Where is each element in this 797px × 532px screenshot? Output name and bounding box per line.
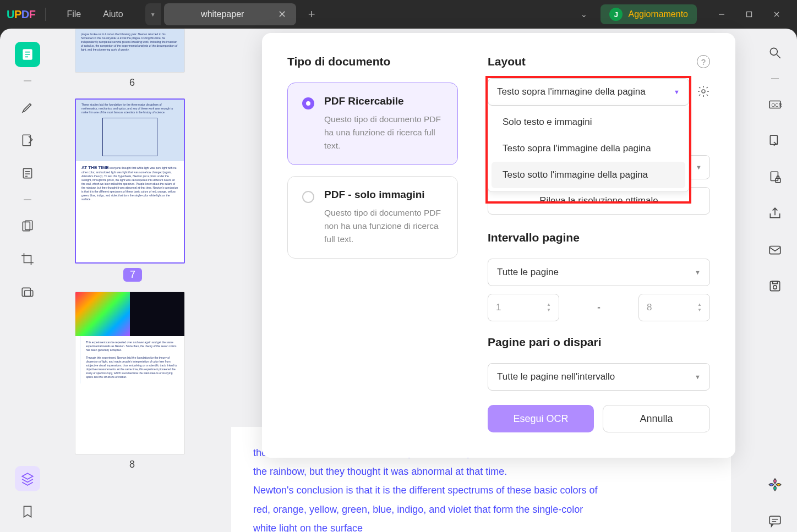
doc-text-line: Newton's conclusion is that it is the di… <box>253 481 709 500</box>
chevron-down-icon: ▼ <box>695 269 701 276</box>
window-close-button[interactable] <box>763 6 790 23</box>
svg-line-18 <box>777 54 780 58</box>
doc-text-line: the rainbow, but they thought it was abn… <box>253 462 709 481</box>
layout-option-text-over[interactable]: Testo sopra l'immagine della pagina <box>492 135 685 162</box>
spinner-icon[interactable]: ▲▼ <box>547 303 551 312</box>
radio-icon <box>302 97 314 109</box>
share-icon[interactable] <box>764 202 786 224</box>
menu-file[interactable]: File <box>60 6 88 23</box>
save-icon[interactable] <box>764 275 786 297</box>
gear-icon[interactable] <box>697 85 710 98</box>
cancel-button[interactable]: Annulla <box>603 405 710 432</box>
svg-rect-24 <box>769 246 780 254</box>
page-from-input[interactable]: 1 ▲▼ <box>488 294 559 321</box>
layout-heading: Layout <box>488 55 526 68</box>
page-range-value: Tutte le pagine <box>497 267 559 278</box>
svg-rect-1 <box>747 12 752 17</box>
svg-rect-21 <box>770 135 777 144</box>
thumbnail-page-8[interactable]: This experiment can be repeated over and… <box>75 292 189 470</box>
svg-rect-28 <box>769 516 780 524</box>
thumbnail-label: 6 <box>75 77 189 89</box>
window-maximize-button[interactable] <box>735 6 763 23</box>
protect-icon[interactable] <box>764 166 786 188</box>
tool-reader[interactable] <box>15 42 40 67</box>
spinner-icon[interactable]: ▲▼ <box>697 303 702 312</box>
layout-select[interactable]: Testo sopra l'immagine della pagina ▼ So… <box>488 78 689 106</box>
tab-list-dropdown[interactable]: ▼ <box>145 3 161 25</box>
thumbnail-page-7[interactable]: These studies laid the foundation for th… <box>75 98 189 282</box>
layout-option-text-images[interactable]: Solo testo e immagini <box>492 109 685 135</box>
execute-ocr-button[interactable]: Esegui OCR <box>488 405 594 432</box>
search-icon[interactable] <box>764 42 786 64</box>
radio-icon <box>302 191 314 203</box>
tool-page-organize[interactable] <box>15 161 40 186</box>
parity-heading: Pagine pari o dispari <box>488 336 710 349</box>
parity-value: Tutte le pagine nell'intervallo <box>497 371 615 382</box>
radio-title: PDF Ricercabile <box>324 95 443 107</box>
chevron-down-icon: ▼ <box>696 164 702 171</box>
user-avatar: J <box>609 8 623 21</box>
chevron-down-icon[interactable]: ⌄ <box>581 10 587 19</box>
page-range-select[interactable]: Tutte le pagine ▼ <box>488 259 710 286</box>
svg-point-26 <box>773 286 777 289</box>
tool-layers[interactable] <box>15 466 40 491</box>
window-minimize-button[interactable] <box>708 6 735 23</box>
email-icon[interactable] <box>764 239 786 261</box>
new-tab-button[interactable]: + <box>308 7 315 21</box>
thumbnail-panel[interactable]: plague broke out in London the following… <box>55 29 209 532</box>
range-separator: - <box>567 302 631 314</box>
doc-type-searchable[interactable]: PDF Ricercabile Questo tipo di documento… <box>287 83 458 165</box>
tab-title: whitepaper <box>174 9 271 19</box>
tool-edit[interactable] <box>15 128 40 153</box>
update-banner[interactable]: J Aggiornamento <box>601 4 697 24</box>
radio-description: Questo tipo di documento PDF non ha una … <box>324 206 443 246</box>
doc-text-line: white light on the surface <box>253 519 709 532</box>
tab-group: ▼ whitepaper ✕ + <box>145 3 315 25</box>
svg-point-17 <box>770 48 777 55</box>
page-from-value: 1 <box>496 302 501 313</box>
tool-form[interactable] <box>15 213 40 239</box>
titlebar: UPDF File Aiuto ▼ whitepaper ✕ + ⌄ J Agg… <box>0 0 797 29</box>
layout-selected-value: Testo sopra l'immagine della pagina <box>497 86 646 97</box>
convert-icon[interactable] <box>764 130 786 152</box>
divider <box>45 8 46 21</box>
layout-dropdown: Solo testo e immagini Testo sopra l'imma… <box>488 106 689 192</box>
document-tab[interactable]: whitepaper ✕ <box>164 3 296 25</box>
ai-assistant-icon[interactable] <box>764 474 786 496</box>
thumbnail-label: 8 <box>75 459 189 470</box>
tab-close-icon[interactable]: ✕ <box>278 8 286 20</box>
page-to-input[interactable]: 8 ▲▼ <box>638 294 710 321</box>
tool-crop[interactable] <box>15 246 40 272</box>
doc-type-image-only[interactable]: PDF - solo immagini Questo tipo di docum… <box>287 176 458 259</box>
divider <box>24 80 31 81</box>
chevron-down-icon: ▼ <box>674 89 680 95</box>
right-toolbar: OCR <box>753 29 797 532</box>
radio-title: PDF - solo immagini <box>324 189 443 201</box>
parity-select[interactable]: Tutte le pagine nell'intervallo ▼ <box>488 363 710 391</box>
thumbnail-label: 7 <box>123 268 142 282</box>
comment-icon[interactable] <box>764 510 786 532</box>
divider <box>24 199 31 200</box>
layout-option-text-under[interactable]: Testo sotto l'immagine della pagina <box>492 162 685 188</box>
page-to-value: 8 <box>647 302 652 313</box>
radio-description: Questo tipo di documento PDF ha una funz… <box>324 113 443 152</box>
page-range-heading: Intervallo pagine <box>488 231 710 244</box>
thumbnail-page-6[interactable]: plague broke out in London the following… <box>75 29 189 89</box>
svg-rect-15 <box>22 288 30 296</box>
svg-rect-27 <box>773 281 778 283</box>
doc-text-line: red, orange, yellow, green, blue, indigo… <box>253 500 709 519</box>
tool-highlight[interactable] <box>15 95 40 120</box>
left-toolbar <box>0 29 55 532</box>
chevron-down-icon: ▼ <box>695 374 701 380</box>
update-label: Aggiornamento <box>628 9 688 19</box>
ocr-icon[interactable]: OCR <box>764 94 786 116</box>
svg-point-31 <box>702 90 705 93</box>
svg-rect-16 <box>25 290 33 297</box>
tool-redact[interactable] <box>15 279 40 305</box>
help-icon[interactable]: ? <box>697 55 710 68</box>
app-logo: UPDF <box>7 8 35 21</box>
doc-type-heading: Tipo di documento <box>287 55 458 68</box>
svg-text:OCR: OCR <box>772 102 782 108</box>
tool-bookmark[interactable] <box>15 499 40 524</box>
menu-help[interactable]: Aiuto <box>96 6 129 23</box>
